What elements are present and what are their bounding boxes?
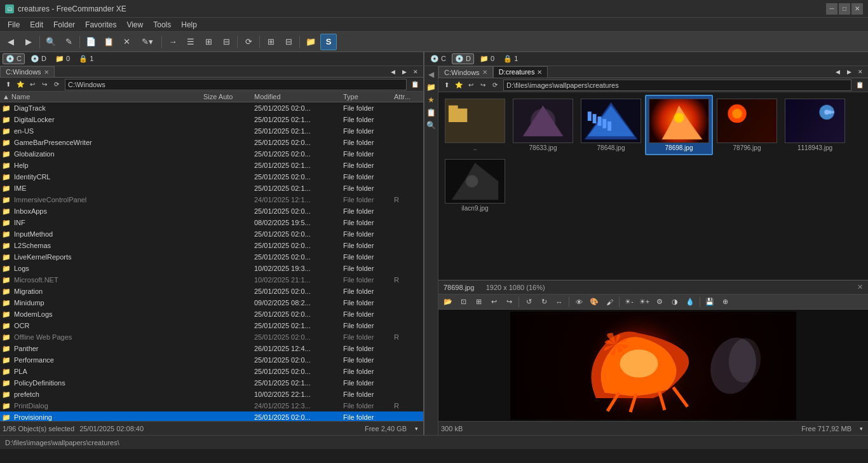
sidebar-folder-icon[interactable]: 📁 <box>426 81 437 93</box>
image-thumbnail[interactable]: 78698.jpg <box>645 95 713 155</box>
prev-contrast[interactable]: ◑ <box>668 296 682 308</box>
right-status-btn[interactable]: ▾ <box>857 424 865 433</box>
right-tab-dcreatures[interactable]: D:creatures ✕ <box>493 66 548 78</box>
prev-options[interactable]: ⊕ <box>718 296 732 308</box>
image-thumbnail[interactable]: 78633.jpg <box>509 95 577 155</box>
col-attr-header[interactable]: Attr... <box>391 93 423 100</box>
image-thumbnail[interactable]: 1118943.jpg <box>781 95 849 155</box>
view3-button[interactable]: ⊟ <box>218 34 234 50</box>
prev-adjust[interactable]: ⚙ <box>653 296 667 308</box>
left-path-refresh[interactable]: ⟳ <box>51 79 62 90</box>
file-row[interactable]: 📁 PolicyDefinitions 25/01/2025 02:1... F… <box>0 377 423 389</box>
left-path-icon2[interactable]: ⭐ <box>15 79 26 90</box>
right-path-input[interactable] <box>503 79 851 91</box>
file-row[interactable]: 📁 Offline Web Pages 25/01/2025 02:0... F… <box>0 331 423 343</box>
forward-button[interactable]: ▶ <box>20 34 37 50</box>
file-row[interactable]: 📁 Help 25/01/2025 02:1... File folder <box>0 160 423 171</box>
menu-file[interactable]: File <box>3 19 25 31</box>
search-button[interactable]: 🔍 <box>43 34 59 50</box>
left-drive-0[interactable]: 📁 0 <box>52 53 73 64</box>
file-row[interactable]: 📁 en-US 25/01/2025 02:1... File folder <box>0 125 423 137</box>
prev-bright-up[interactable]: ☀+ <box>637 296 651 308</box>
menu-tools[interactable]: Tools <box>148 19 176 31</box>
left-panel-scroll-right[interactable]: ▶ <box>399 67 409 77</box>
left-panel-scroll-left[interactable]: ◀ <box>388 67 398 77</box>
col-mod-header[interactable]: Modified <box>252 93 341 100</box>
right-tab-dcreatures-close[interactable]: ✕ <box>537 69 542 76</box>
col-size-header[interactable]: Size Auto <box>201 93 252 100</box>
image-thumbnail[interactable]: 78796.jpg <box>713 95 781 155</box>
copy2-button[interactable]: 📋 <box>100 34 117 50</box>
right-path-icon4[interactable]: ↪ <box>477 79 489 91</box>
col-name-header[interactable]: ▲ Name <box>0 93 201 100</box>
file-row[interactable]: 📁 Logs 10/02/2025 19:3... File folder <box>0 263 423 274</box>
image-thumbnail[interactable]: .. <box>441 95 509 155</box>
left-tab-close[interactable]: ✕ <box>44 69 49 76</box>
file-row[interactable]: 📁 OCR 25/01/2025 02:1... File folder <box>0 320 423 331</box>
file-row[interactable]: 📁 ImmersiveControlPanel 24/01/2025 12:1.… <box>0 194 423 205</box>
file-row[interactable]: 📁 PLA 25/01/2025 02:0... File folder <box>0 366 423 377</box>
prev-save[interactable]: 💾 <box>703 296 717 308</box>
prev-eye[interactable]: 👁 <box>572 296 586 308</box>
rename-button[interactable]: ✎▾ <box>136 34 159 50</box>
prev-rot-left[interactable]: ↺ <box>522 296 536 308</box>
filter-button[interactable]: ✎ <box>60 34 77 50</box>
file-list[interactable]: 📁 DiagTrack 25/01/2025 02:0... File fold… <box>0 102 423 421</box>
right-path-icon2[interactable]: ⭐ <box>453 79 465 91</box>
right-path-refresh[interactable]: ⟳ <box>489 79 501 91</box>
prev-color2[interactable]: 🖌 <box>602 296 616 308</box>
image-grid[interactable]: ..78633.jpg78648.jpg78698.jpg78796.jpg11… <box>438 92 868 280</box>
right-drive-0[interactable]: 📁 0 <box>477 53 498 64</box>
prev-open[interactable]: 📂 <box>441 296 455 308</box>
prev-fit[interactable]: ⊡ <box>456 296 470 308</box>
file-row[interactable]: 📁 DigitalLocker 25/01/2025 02:1... File … <box>0 114 423 125</box>
file-row[interactable]: 📁 Migration 25/01/2025 02:0... File fold… <box>0 286 423 297</box>
file-row[interactable]: 📁 Performance 25/01/2025 02:0... File fo… <box>0 354 423 366</box>
menu-favorites[interactable]: Favorites <box>80 19 121 31</box>
left-drive-1[interactable]: 🔒 1 <box>76 53 97 64</box>
prev-bright-down[interactable]: ☀- <box>622 296 636 308</box>
sync-button[interactable]: ⟳ <box>240 34 257 50</box>
file-row[interactable]: 📁 Provisioning 25/01/2025 02:0... File f… <box>0 411 423 421</box>
prev-redo[interactable]: ↪ <box>502 296 516 308</box>
prev-actual[interactable]: ⊞ <box>471 296 485 308</box>
back-button[interactable]: ◀ <box>3 34 19 50</box>
preview-close-button[interactable]: ✕ <box>857 283 863 291</box>
left-path-icon1[interactable]: ⬆ <box>3 79 14 90</box>
right-panel-scroll-left[interactable]: ◀ <box>832 67 843 77</box>
sidebar-star-icon[interactable]: ★ <box>426 94 437 106</box>
copy-button[interactable]: 📄 <box>83 34 99 50</box>
file-row[interactable]: 📁 prefetch 10/02/2025 22:1... File folde… <box>0 389 423 400</box>
sidebar-back-icon[interactable]: ◀ <box>426 69 437 80</box>
file-row[interactable]: 📁 Microsoft.NET 10/02/2025 21:1... File … <box>0 274 423 286</box>
prev-color1[interactable]: 🎨 <box>587 296 601 308</box>
left-path-input[interactable] <box>65 79 407 90</box>
right-path-icon3[interactable]: ↩ <box>465 79 477 91</box>
file-row[interactable]: 📁 ModemLogs 25/01/2025 02:0... File fold… <box>0 308 423 320</box>
file-row[interactable]: 📁 GameBarPresenceWriter 25/01/2025 02:0.… <box>0 137 423 148</box>
layout1-button[interactable]: ⊞ <box>262 34 279 50</box>
menu-help[interactable]: Help <box>176 19 202 31</box>
file-row[interactable]: 📁 InboxApps 25/01/2025 02:0... File fold… <box>0 205 423 217</box>
right-panel-scroll-right[interactable]: ▶ <box>844 67 854 77</box>
file-row[interactable]: 📁 Globalization 25/01/2025 02:0... File … <box>0 148 423 160</box>
file-row[interactable]: 📁 Minidump 09/02/2025 08:2... File folde… <box>0 297 423 308</box>
left-path-browse[interactable]: 📋 <box>409 79 421 90</box>
maximize-button[interactable]: □ <box>839 3 850 15</box>
prev-sat[interactable]: 💧 <box>683 296 697 308</box>
sidebar-copy-icon[interactable]: 📋 <box>426 107 437 118</box>
minimize-button[interactable]: ─ <box>826 3 837 15</box>
sidebar-search-icon[interactable]: 🔍 <box>426 120 437 131</box>
col-type-header[interactable]: Type <box>341 93 391 100</box>
file-row[interactable]: 📁 DiagTrack 25/01/2025 02:0... File fold… <box>0 102 423 114</box>
file-row[interactable]: 📁 Panther 26/01/2025 12:4... File folder <box>0 343 423 354</box>
menu-folder[interactable]: Folder <box>48 19 80 31</box>
file-row[interactable]: 📁 L2Schemas 25/01/2025 02:0... File fold… <box>0 240 423 251</box>
left-path-icon4[interactable]: ↪ <box>39 79 50 90</box>
right-tab-cwindows[interactable]: C:Windows ✕ <box>438 66 493 78</box>
s-button[interactable]: S <box>320 34 337 50</box>
prev-undo[interactable]: ↩ <box>487 296 501 308</box>
prev-rot-right[interactable]: ↻ <box>537 296 551 308</box>
prev-flip-h[interactable]: ↔ <box>552 296 566 308</box>
file-row[interactable]: 📁 PrintDialog 24/01/2025 12:3... File fo… <box>0 400 423 411</box>
